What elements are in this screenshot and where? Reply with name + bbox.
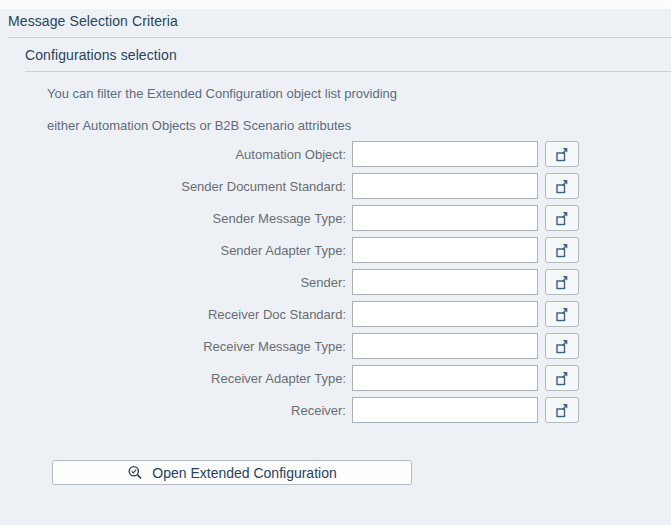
field-label: Sender Message Type: bbox=[0, 211, 352, 226]
field-label: Automation Object: bbox=[0, 147, 352, 162]
form-row: Sender Adapter Type: bbox=[0, 237, 671, 263]
field-input[interactable] bbox=[352, 141, 538, 167]
form-row: Automation Object: bbox=[0, 141, 671, 167]
form-row: Receiver Adapter Type: bbox=[0, 365, 671, 391]
value-help-icon bbox=[554, 210, 570, 226]
field-label: Receiver Doc Standard: bbox=[0, 307, 352, 322]
field-input[interactable] bbox=[352, 269, 538, 295]
value-help-icon bbox=[554, 242, 570, 258]
open-extended-configuration-label: Open Extended Configuration bbox=[152, 465, 336, 481]
form-row: Receiver Doc Standard: bbox=[0, 301, 671, 327]
value-help-icon bbox=[554, 178, 570, 194]
value-help-button[interactable] bbox=[545, 397, 579, 423]
section-title: Configurations selection bbox=[25, 47, 177, 63]
field-label: Receiver Adapter Type: bbox=[0, 371, 352, 386]
value-help-icon bbox=[554, 274, 570, 290]
field-input[interactable] bbox=[352, 333, 538, 359]
field-label: Sender: bbox=[0, 275, 352, 290]
field-label: Receiver: bbox=[0, 403, 352, 418]
field-input[interactable] bbox=[352, 173, 538, 199]
form-row: Sender: bbox=[0, 269, 671, 295]
value-help-button[interactable] bbox=[545, 301, 579, 327]
value-help-icon bbox=[554, 402, 570, 418]
value-help-button[interactable] bbox=[545, 173, 579, 199]
value-help-icon bbox=[554, 370, 570, 386]
field-input[interactable] bbox=[352, 301, 538, 327]
field-label: Sender Document Standard: bbox=[0, 179, 352, 194]
value-help-icon bbox=[554, 306, 570, 322]
value-help-button[interactable] bbox=[545, 269, 579, 295]
value-help-icon bbox=[554, 146, 570, 162]
field-label: Sender Adapter Type: bbox=[0, 243, 352, 258]
open-extended-configuration-button[interactable]: Open Extended Configuration bbox=[52, 460, 412, 485]
page-title: Message Selection Criteria bbox=[8, 13, 178, 29]
value-help-button[interactable] bbox=[545, 205, 579, 231]
field-input[interactable] bbox=[352, 237, 538, 263]
form-rows: Automation Object: Sender Document Stand… bbox=[0, 141, 671, 429]
value-help-button[interactable] bbox=[545, 237, 579, 263]
value-help-button[interactable] bbox=[545, 141, 579, 167]
search-check-icon bbox=[127, 465, 143, 481]
section-divider bbox=[25, 71, 671, 72]
title-divider bbox=[8, 37, 671, 38]
description-line-2: either Automation Objects or B2B Scenari… bbox=[47, 118, 351, 133]
form-row: Receiver: bbox=[0, 397, 671, 423]
field-input[interactable] bbox=[352, 205, 538, 231]
value-help-icon bbox=[554, 338, 570, 354]
description-line-1: You can filter the Extended Configuratio… bbox=[47, 86, 397, 101]
field-input[interactable] bbox=[352, 397, 538, 423]
value-help-button[interactable] bbox=[545, 365, 579, 391]
field-input[interactable] bbox=[352, 365, 538, 391]
form-row: Receiver Message Type: bbox=[0, 333, 671, 359]
form-row: Sender Document Standard: bbox=[0, 173, 671, 199]
form-row: Sender Message Type: bbox=[0, 205, 671, 231]
value-help-button[interactable] bbox=[545, 333, 579, 359]
top-strip bbox=[0, 0, 671, 9]
field-label: Receiver Message Type: bbox=[0, 339, 352, 354]
